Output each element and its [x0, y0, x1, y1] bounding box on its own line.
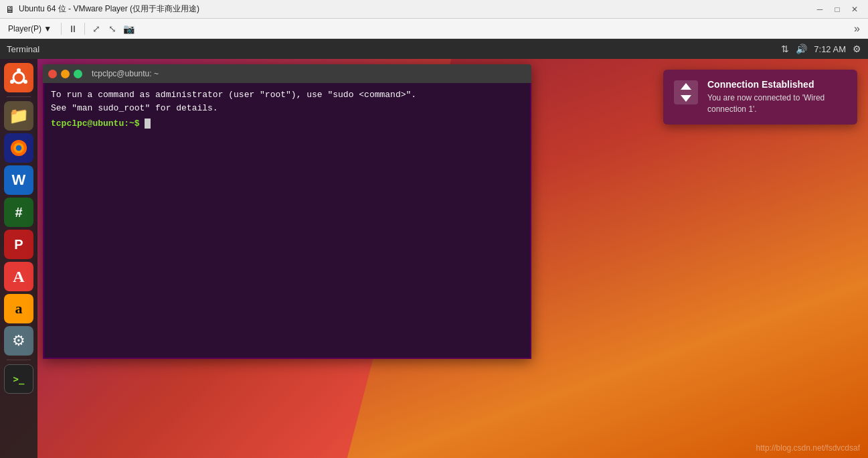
- settings-icon[interactable]: ⚙: [853, 44, 861, 54]
- menu-separator-2: [84, 23, 85, 35]
- close-button[interactable]: ✕: [847, 3, 863, 16]
- launcher-libreoffice-writer[interactable]: W: [4, 165, 33, 195]
- taskbar-right: ⇅ 🔊 7:12 AM ⚙: [781, 44, 861, 54]
- maximize-button[interactable]: □: [829, 3, 845, 16]
- terminal-minimize-button[interactable]: [61, 70, 70, 78]
- collapse-button[interactable]: »: [849, 23, 865, 35]
- screenshot-button[interactable]: 📷: [121, 21, 136, 36]
- launcher-terminal[interactable]: >_: [4, 364, 33, 394]
- svg-point-4: [23, 80, 27, 84]
- unity-launcher: 📁 W # P A a: [0, 59, 37, 458]
- launcher-system-settings[interactable]: ⚙: [4, 326, 33, 356]
- launcher-libreoffice-calc[interactable]: #: [4, 198, 33, 227]
- terminal-line-2: See "man sudo_root" for details.: [51, 102, 523, 115]
- pause-button[interactable]: ⏸: [66, 21, 80, 36]
- terminal-close-button[interactable]: [48, 70, 57, 78]
- launcher-files[interactable]: 📁: [4, 101, 33, 131]
- titlebar-left: 🖥 Ubuntu 64 位 - VMware Player (仅用于非商业用途): [5, 3, 199, 15]
- notification-title: Connection Established: [707, 79, 847, 90]
- svg-point-7: [16, 145, 22, 151]
- terminal-maximize-button[interactable]: [74, 70, 82, 78]
- titlebar-controls: ─ □ ✕: [812, 3, 863, 16]
- minimize-button[interactable]: ─: [812, 3, 828, 16]
- launcher-divider-1: [7, 96, 31, 97]
- notification-content: Connection Established You are now conne…: [707, 79, 847, 115]
- vmware-titlebar: 🖥 Ubuntu 64 位 - VMware Player (仅用于非商业用途)…: [0, 0, 868, 19]
- player-menu[interactable]: Player(P) ▼: [3, 21, 57, 36]
- connection-icon: [674, 80, 698, 109]
- terminal-prompt-line: tcpclpc@ubuntu:~$: [51, 117, 523, 131]
- terminal-prompt: tcpclpc@ubuntu:~$: [51, 119, 140, 129]
- terminal-body[interactable]: To run a command as administrator (user …: [43, 83, 531, 359]
- vmware-icon: 🖥: [5, 4, 15, 15]
- sendkeys1-button[interactable]: ⤢: [89, 21, 104, 36]
- clock: 7:12 AM: [814, 44, 846, 54]
- sendkeys2-button[interactable]: ⤡: [105, 21, 120, 36]
- terminal-titlebar: tcpclpc@ubuntu: ~: [43, 64, 531, 83]
- vmware-title: Ubuntu 64 位 - VMware Player (仅用于非商业用途): [19, 3, 199, 15]
- vmware-menubar: Player(P) ▼ ⏸ ⤢ ⤡ 📷 »: [0, 19, 868, 39]
- launcher-ubuntu-logo[interactable]: [4, 63, 33, 92]
- app-name: Terminal: [7, 44, 39, 54]
- terminal-title: tcpclpc@ubuntu: ~: [92, 69, 159, 78]
- ubuntu-desktop: 📁 W # P A a: [0, 59, 868, 458]
- terminal-line-1: To run a command as administrator (user …: [51, 88, 523, 102]
- sort-icon[interactable]: ⇅: [781, 44, 789, 54]
- menu-separator: [61, 23, 62, 35]
- volume-icon[interactable]: 🔊: [796, 44, 807, 54]
- launcher-firefox[interactable]: [4, 133, 33, 163]
- notification-body: You are now connected to 'Wired connecti…: [707, 92, 847, 115]
- terminal-window: tcpclpc@ubuntu: ~ To run a command as ad…: [43, 64, 531, 359]
- svg-point-3: [10, 80, 14, 84]
- ubuntu-taskbar: Terminal ⇅ 🔊 7:12 AM ⚙: [0, 39, 868, 59]
- watermark: http://blog.csdn.net/fsdvcdsaf: [756, 443, 860, 453]
- launcher-amazon[interactable]: a: [4, 294, 33, 323]
- svg-point-2: [17, 68, 21, 72]
- terminal-cursor: [145, 119, 151, 129]
- launcher-divider-2: [7, 360, 31, 360]
- launcher-software-center[interactable]: A: [4, 262, 33, 291]
- connection-notification: Connection Established You are now conne…: [663, 70, 857, 125]
- launcher-libreoffice-impress[interactable]: P: [4, 230, 33, 259]
